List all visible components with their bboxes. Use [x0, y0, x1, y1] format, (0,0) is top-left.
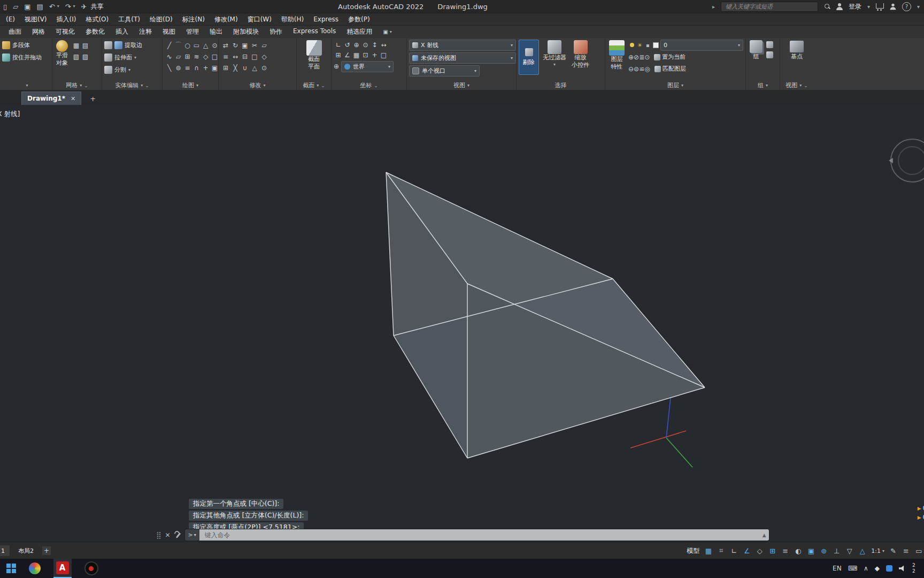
presspull-button[interactable]: 按住并拖动: [2, 52, 42, 63]
layer-freeze-icon[interactable]: ☀: [636, 42, 643, 49]
menu-item[interactable]: 参数(P): [343, 13, 375, 26]
modify-tool-icon[interactable]: ≡: [221, 51, 230, 62]
ribbon-tab[interactable]: 协作: [264, 26, 288, 38]
modify-tool-icon[interactable]: ⊟: [240, 51, 250, 62]
panel-label-groups[interactable]: 组▾: [746, 81, 780, 90]
draw-tool-icon[interactable]: ╱: [165, 40, 174, 51]
panel-label-coordinates[interactable]: 坐标⌄: [332, 81, 406, 90]
draw-tool-icon[interactable]: ≡: [183, 62, 192, 73]
layer-tool-icon[interactable]: ⊙: [644, 54, 650, 61]
osnap-icon[interactable]: ⊞: [768, 546, 776, 556]
modify-tool-icon[interactable]: ↔: [230, 51, 240, 62]
help-icon[interactable]: ?: [902, 2, 911, 11]
undo-caret-icon[interactable]: ▾: [57, 4, 59, 9]
modify-tool-icon[interactable]: ⊞: [221, 62, 230, 73]
draw-tool-icon[interactable]: ⊚: [174, 62, 183, 73]
draw-tool-icon[interactable]: ▱: [174, 51, 183, 62]
store-cart-icon[interactable]: [876, 3, 884, 9]
panel-label-solid-editing[interactable]: 实体编辑▾⌄: [102, 81, 162, 90]
annotation-icon[interactable]: ✎: [889, 546, 897, 556]
panel-label-draw[interactable]: 绘图▾: [163, 81, 218, 90]
ribbon-display-toggle[interactable]: ▣ ▾: [383, 29, 391, 35]
modify-tool-icon[interactable]: ▱: [259, 40, 269, 51]
clean-screen-icon[interactable]: ▭: [915, 546, 923, 556]
new-icon[interactable]: ▯: [3, 3, 7, 10]
signin-caret-icon[interactable]: ▾: [867, 4, 870, 10]
touch-keyboard-icon[interactable]: ⌨: [848, 565, 857, 572]
layer-tool-icon[interactable]: ⊖: [628, 65, 634, 73]
layer-tool-icon[interactable]: ⊕: [628, 54, 634, 61]
named-view-dropdown[interactable]: 未保存的视图▾: [409, 52, 516, 64]
ribbon-tab[interactable]: 插入: [110, 26, 134, 38]
ucs-tool-icon[interactable]: ∠: [343, 50, 352, 60]
mesh-tool-icon[interactable]: ▨: [81, 51, 90, 62]
ucs-world-icon[interactable]: ⊕: [334, 63, 339, 70]
panel-label-modify[interactable]: 修改▾: [219, 81, 296, 90]
ungroup-icon[interactable]: [766, 41, 773, 48]
transparency-icon[interactable]: ◐: [794, 546, 802, 556]
ribbon-tab[interactable]: 输出: [204, 26, 228, 38]
panel-label-view-controls[interactable]: 视图▾: [407, 81, 516, 90]
ribbon-tab[interactable]: 曲面: [3, 26, 27, 38]
command-grip-icon[interactable]: ⣿: [156, 531, 161, 539]
draw-tool-icon[interactable]: △: [201, 40, 210, 51]
modify-tool-icon[interactable]: ▣: [240, 40, 250, 51]
smooth-object-button[interactable]: 平滑 对象: [55, 40, 70, 67]
filter-icon[interactable]: ▽: [845, 546, 853, 556]
modify-tool-icon[interactable]: ⊙: [259, 62, 269, 73]
draw-tool-icon[interactable]: ▣: [210, 62, 219, 73]
close-tab-icon[interactable]: ✕: [71, 95, 75, 102]
menu-item[interactable]: 标注(N): [178, 13, 210, 26]
draw-tool-icon[interactable]: ⊞: [183, 51, 192, 62]
polar-tracking-icon[interactable]: ∠: [743, 546, 751, 556]
polysolid-button[interactable]: 多段体: [2, 40, 30, 51]
culling-toggle-button[interactable]: 剔除: [519, 40, 539, 75]
layer-tool-icon[interactable]: ◎: [644, 65, 650, 73]
extract-edges-button[interactable]: 提取边: [104, 40, 142, 51]
security-icon[interactable]: ◆: [875, 565, 880, 572]
match-layer-button[interactable]: 匹配图层: [654, 65, 686, 73]
new-drawing-tab-button[interactable]: +: [89, 95, 97, 103]
isodraft-icon[interactable]: ◇: [756, 546, 764, 556]
draw-tool-icon[interactable]: ∿: [165, 51, 174, 62]
search-input[interactable]: [725, 3, 814, 11]
layer-color-icon[interactable]: [652, 42, 659, 49]
ribbon-tab[interactable]: 参数化: [80, 26, 110, 38]
command-input[interactable]: [204, 531, 739, 539]
drawing-file-tab[interactable]: Drawing1* ✕: [21, 92, 81, 105]
ucs-tool-icon[interactable]: ⊞: [334, 50, 343, 60]
ribbon-tab[interactable]: 网格: [27, 26, 50, 38]
modify-tool-icon[interactable]: ⇄: [221, 40, 230, 51]
draw-tool-icon[interactable]: ⊙: [210, 40, 219, 51]
share-label[interactable]: 共享: [91, 2, 104, 11]
modify-tool-icon[interactable]: ╳: [230, 62, 240, 73]
open-icon[interactable]: ▱: [13, 3, 18, 10]
ucs-tool-icon[interactable]: ↔: [379, 40, 388, 50]
panel-label-mesh[interactable]: 网格▾⌄: [52, 81, 102, 90]
ucs-tool-icon[interactable]: +: [370, 50, 379, 60]
help-caret-icon[interactable]: ▾: [917, 4, 920, 10]
start-button[interactable]: [6, 564, 16, 573]
draw-tool-icon[interactable]: +: [201, 62, 210, 73]
draw-tool-icon[interactable]: ▭: [192, 40, 201, 51]
section-plane-button[interactable]: 截面 平面: [305, 40, 324, 71]
layer-properties-button[interactable]: 图层 特性: [607, 40, 626, 71]
draw-tool-icon[interactable]: ╲: [165, 62, 174, 73]
ucs-tool-icon[interactable]: ▦: [352, 50, 361, 60]
autocad-app-icon[interactable]: A: [53, 559, 72, 578]
redo-caret-icon[interactable]: ▾: [73, 4, 75, 9]
separate-button[interactable]: 分割▾: [104, 64, 130, 75]
modify-tool-icon[interactable]: △: [250, 62, 259, 73]
browser-app-icon[interactable]: [29, 562, 41, 574]
ucs-tool-icon[interactable]: ⊡: [361, 50, 370, 60]
layer-tool-icon[interactable]: ≌: [639, 65, 644, 73]
mesh-tool-icon[interactable]: ▦: [72, 40, 81, 51]
messaging-app-icon[interactable]: [886, 565, 892, 572]
gizmo-icon[interactable]: △: [858, 546, 866, 556]
menu-item[interactable]: 工具(T): [113, 13, 145, 26]
model-space-button[interactable]: 模型: [687, 546, 699, 556]
annotation-scale-button[interactable]: 1:1▾: [871, 547, 884, 554]
search-icon[interactable]: [824, 3, 830, 10]
menu-item[interactable]: 帮助(H): [276, 13, 309, 26]
ribbon-tab[interactable]: Express Tools: [288, 26, 341, 38]
